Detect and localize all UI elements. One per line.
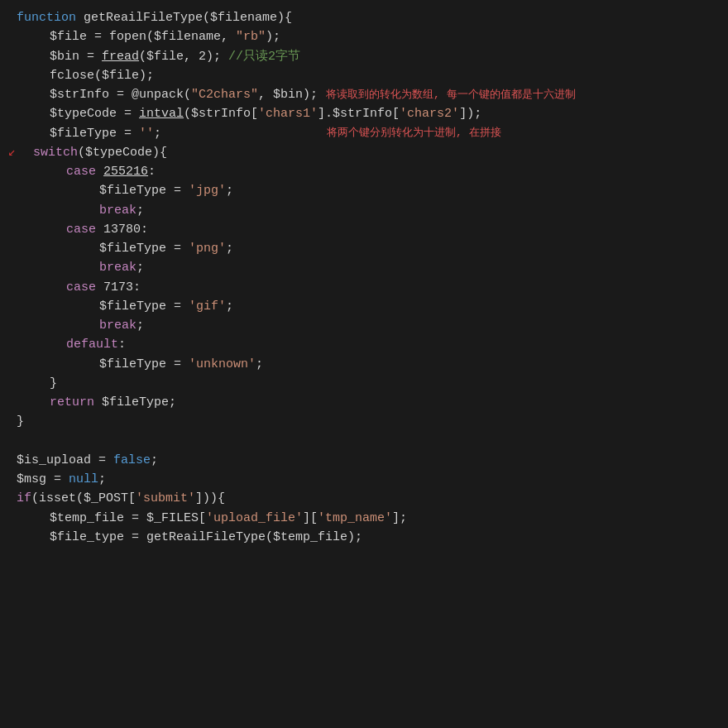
code-line-1: function getReailFileType($filename){ [0,8,728,27]
code-line-27: $temp_file = $_FILES['upload_file']['tmp… [0,509,728,528]
code-line-6: $typeCode = intval($strInfo['chars1'].$s… [0,104,728,123]
code-line-7: $fileType = ''; 将两个键分别转化为十进制, 在拼接 [0,124,728,143]
code-line-23 [0,432,728,451]
code-block: function getReailFileType($filename){ $f… [0,0,728,555]
code-line-3: $bin = fread($file, 2); //只读2字节 [0,47,728,66]
code-line-22: } [0,412,728,431]
code-line-28: $file_type = getReailFileType($temp_file… [0,528,728,547]
code-line-11: break; [0,201,728,220]
code-line-16: $fileType = 'gif'; [0,297,728,316]
code-line-13: $fileType = 'png'; [0,239,728,258]
code-line-20: } [0,374,728,393]
code-line-19: $fileType = 'unknown'; [0,355,728,374]
code-line-24: $is_upload = false; [0,451,728,470]
code-line-18: default: [0,335,728,354]
code-line-15: case 7173: [0,278,728,297]
code-line-9: case 255216: [0,162,728,181]
code-line-26: if(isset($_POST['submit'])){ [0,489,728,508]
code-line-2: $file = fopen($filename, "rb"); [0,27,728,46]
code-line-21: return $fileType; [0,393,728,412]
code-line-4: fclose($file); [0,66,728,85]
code-line-10: $fileType = 'jpg'; [0,181,728,200]
code-line-8: ↙ switch($typeCode){ [0,143,728,162]
code-line-25: $msg = null; [0,470,728,489]
code-line-12: case 13780: [0,220,728,239]
code-line-14: break; [0,258,728,277]
code-line-17: break; [0,316,728,335]
code-line-5: $strInfo = @unpack("C2chars", $bin); 将读取… [0,85,728,104]
